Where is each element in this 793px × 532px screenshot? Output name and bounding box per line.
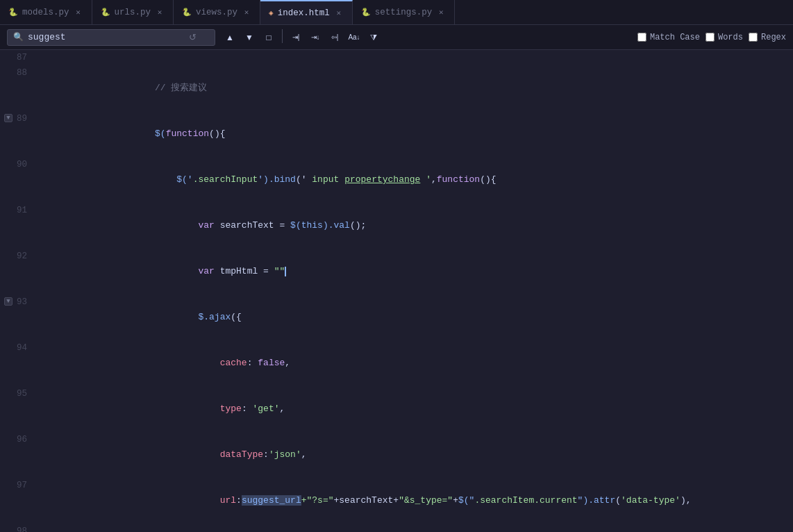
punc-token: (){ <box>480 174 496 185</box>
search-bar: 🔍 ↺ ▲ ▼ □ ⇥| ⇥↓ ⇦| Aa↓ ⧩ Match Case Word… <box>0 25 793 50</box>
plain-token <box>112 495 220 506</box>
plain-token: : <box>247 358 258 368</box>
tab-label: views.py <box>196 8 237 17</box>
collapse-results-button[interactable]: □ <box>260 29 278 46</box>
tab-close-index[interactable]: ✕ <box>334 8 344 18</box>
line-number: 87 <box>0 50 38 65</box>
line-number: 96 <box>0 432 38 447</box>
search-options: Match Case Words Regex <box>637 33 786 42</box>
line-number: 88 <box>0 65 38 81</box>
code-content[interactable]: 87 88 // 搜索建议 ▼ 89 <box>0 50 793 532</box>
line-number: 97 <box>0 478 38 493</box>
fn-token: $(this) <box>290 220 328 231</box>
table-row: ▼ 89 $(function(){ <box>0 111 793 157</box>
py-icon: 🐍 <box>8 8 18 17</box>
match-case-checkbox[interactable] <box>637 33 646 42</box>
line-number: 95 <box>0 386 38 401</box>
str-token: +"?s=" <box>301 495 334 506</box>
toggle-case-button[interactable]: ⇥↓ <box>306 29 324 46</box>
regex-checkbox[interactable] <box>749 33 758 42</box>
plain-token <box>112 404 220 414</box>
py-icon: 🐍 <box>101 8 110 17</box>
tab-label: index.html <box>278 8 330 18</box>
tab-urls-py[interactable]: 🐍 urls.py ✕ <box>92 0 174 25</box>
toggle-word-button[interactable]: ⇦| <box>326 29 344 46</box>
tab-close-urls[interactable]: ✕ <box>155 8 165 17</box>
regex-label: Regex <box>761 33 786 42</box>
line-code: async: true, <box>38 524 793 532</box>
cursor <box>285 267 286 276</box>
plain-token: ), <box>681 495 692 506</box>
line-number: 92 <box>0 249 38 264</box>
str-token: ' <box>420 174 431 185</box>
toggle-preserve-case-button[interactable]: Aa↓ <box>345 29 363 46</box>
table-row: 88 // 搜索建议 <box>0 65 793 111</box>
match-case-label: Match Case <box>650 33 700 42</box>
line-code: $(function(){ <box>38 111 793 157</box>
fold-button[interactable]: ▼ <box>4 114 12 122</box>
str-token: .searchItem.current <box>474 495 577 506</box>
tab-close-models[interactable]: ✕ <box>74 8 83 17</box>
plain-token: tmpHtml = <box>215 266 274 276</box>
table-row: 96 dataType:'json', <box>0 432 793 478</box>
code-table: 87 88 // 搜索建议 ▼ 89 <box>0 50 793 532</box>
prev-match-button[interactable]: ▲ <box>221 29 239 46</box>
tab-close-views[interactable]: ✕ <box>242 8 251 17</box>
table-row: 92 var tmpHtml = "" <box>0 249 793 294</box>
tab-settings-py[interactable]: 🐍 settings.py ✕ <box>353 0 456 25</box>
table-row: 90 $('.searchInput').bind(' input proper… <box>0 157 793 203</box>
fn-token: $(' <box>112 174 193 185</box>
words-label: Words <box>718 33 743 42</box>
plain-token <box>112 449 220 460</box>
line-number: 91 <box>0 203 38 218</box>
tab-close-settings[interactable]: ✕ <box>436 8 446 17</box>
kw-token: function <box>437 174 480 185</box>
fn-token: ') <box>258 174 269 185</box>
punc-token: , <box>285 358 290 368</box>
match-case-option[interactable]: Match Case <box>637 33 700 42</box>
fn-token: ") <box>578 495 589 506</box>
kw-token: false <box>258 358 285 368</box>
line-number: 94 <box>0 340 38 356</box>
regex-option[interactable]: Regex <box>749 33 786 42</box>
next-match-button[interactable]: ▼ <box>240 29 258 46</box>
punc-token: (){ <box>209 128 225 139</box>
punc-token: (); <box>350 220 366 231</box>
table-row: ▼ 93 $.ajax({ <box>0 294 793 340</box>
clear-search-button[interactable]: ↺ <box>185 30 200 45</box>
prop-token: url <box>220 495 236 506</box>
search-input[interactable] <box>28 32 181 42</box>
str-token: input <box>307 174 345 185</box>
search-nav-buttons: ▲ ▼ □ ⇥| ⇥↓ ⇦| Aa↓ ⧩ <box>221 29 383 46</box>
py-icon: 🐍 <box>182 8 192 17</box>
words-option[interactable]: Words <box>706 33 743 42</box>
tab-bar: 🐍 models.py ✕ 🐍 urls.py ✕ 🐍 views.py ✕ ◈… <box>0 0 793 25</box>
line-code: cache: false, <box>38 340 793 386</box>
tab-models-py[interactable]: 🐍 models.py ✕ <box>0 0 92 25</box>
prop-token: cache <box>220 358 247 368</box>
plain-token: : <box>263 449 269 460</box>
table-row: 95 type: 'get', <box>0 386 793 432</box>
str-token: "&s_type=" <box>399 495 453 506</box>
words-checkbox[interactable] <box>706 33 715 42</box>
filter-button[interactable]: ⧩ <box>365 29 383 46</box>
kw-token: var <box>198 220 214 231</box>
find-in-selection-button[interactable]: ⇥| <box>287 29 305 46</box>
tab-label: urls.py <box>115 8 151 17</box>
tab-index-html[interactable]: ◈ index.html ✕ <box>260 0 353 25</box>
highlight-token: suggest_url <box>242 495 301 506</box>
line-code <box>38 50 793 65</box>
py-icon: 🐍 <box>361 8 371 17</box>
plain-token <box>112 358 220 368</box>
line-code: var tmpHtml = "" <box>38 249 793 294</box>
punc-token: , <box>301 449 307 460</box>
fold-button[interactable]: ▼ <box>4 297 12 306</box>
str-token: 'get' <box>252 404 279 414</box>
fn-token: $( <box>155 128 166 139</box>
punc-token: , <box>280 404 285 414</box>
line-code: $.ajax({ <box>38 294 793 340</box>
tab-views-py[interactable]: 🐍 views.py ✕ <box>174 0 260 25</box>
prop-token: type <box>220 404 242 414</box>
line-number: 90 <box>0 157 38 172</box>
plain-token <box>112 266 199 276</box>
